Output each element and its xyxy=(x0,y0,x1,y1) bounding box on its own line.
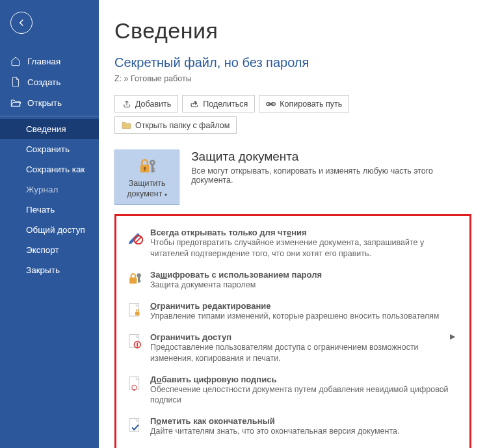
protect-info: Защита документа Все могут открывать, ко… xyxy=(191,150,471,185)
signature-icon xyxy=(127,375,144,393)
button-label: Копировать путь xyxy=(280,99,342,109)
menu-item-title: Пометить как окончательный xyxy=(150,416,459,426)
back-button[interactable] xyxy=(10,12,33,34)
share-icon xyxy=(189,99,199,109)
menu-item-encrypt[interactable]: Зашифровать с использованием пароля Защи… xyxy=(123,265,463,296)
breadcrumb: Z: » Готовые работы xyxy=(114,74,471,83)
sidebar-item-label: Журнал xyxy=(26,185,58,194)
sidebar-item-share[interactable]: Общий доступ xyxy=(0,220,99,240)
sidebar-item-label: Сохранить как xyxy=(26,165,85,174)
svg-rect-9 xyxy=(153,168,155,170)
backstage-sidebar: Главная Создать Открыть Сведения Сохрани… xyxy=(0,0,99,448)
menu-item-mark-final[interactable]: Пометить как окончательный Дайте читател… xyxy=(123,411,463,442)
svg-point-13 xyxy=(137,273,140,277)
button-label: Добавить xyxy=(135,99,171,109)
sidebar-item-close[interactable]: Закрыть xyxy=(0,260,99,280)
new-file-icon xyxy=(10,77,21,87)
dropdown-caret-icon: ▾ xyxy=(165,192,167,198)
home-icon xyxy=(10,56,21,66)
page-heading: Сведения xyxy=(114,18,471,44)
sidebar-item-label: Создать xyxy=(27,77,60,87)
link-icon xyxy=(266,99,276,109)
svg-rect-15 xyxy=(139,280,140,282)
svg-rect-17 xyxy=(135,312,140,316)
menu-item-desc: Защита документа паролем xyxy=(150,280,459,291)
svg-rect-4 xyxy=(144,168,146,170)
menu-item-desc: Обеспечение целостности документа путем … xyxy=(150,384,459,406)
upload-button[interactable]: Добавить xyxy=(114,95,178,112)
copy-path-button[interactable]: Копировать путь xyxy=(259,95,349,112)
menu-item-desc: Дайте читателям знать, что это окончател… xyxy=(150,426,459,437)
menu-item-desc: Чтобы предотвратить случайное изменение … xyxy=(150,237,459,259)
sidebar-item-save[interactable]: Сохранить xyxy=(0,139,99,159)
chevron-right-icon: ▶ xyxy=(450,332,455,341)
sidebar-item-open[interactable]: Открыть xyxy=(0,92,99,113)
menu-item-title: Ограничить редактирование xyxy=(150,301,459,311)
menu-item-desc: Управление типами изменений, которые раз… xyxy=(150,311,459,322)
svg-rect-8 xyxy=(153,170,155,172)
main-panel: Сведения Секретный файл, но без пароля Z… xyxy=(99,0,487,448)
document-title: Секретный файл, но без пароля xyxy=(114,55,471,70)
menu-item-restrict-edit[interactable]: Ограничить редактирование Управление тип… xyxy=(123,296,463,327)
sidebar-item-label: Общий доступ xyxy=(26,225,85,235)
sidebar-divider xyxy=(0,116,99,116)
menu-item-restrict-access[interactable]: Ограничить доступ Предоставление пользов… xyxy=(123,327,463,369)
restrict-edit-icon xyxy=(127,301,144,319)
mark-final-icon xyxy=(127,416,144,434)
folder-icon xyxy=(122,120,131,130)
sidebar-item-label: Сведения xyxy=(26,124,66,134)
lock-key-icon xyxy=(118,157,176,176)
protect-section: Защитить документ ▾ Защита документа Все… xyxy=(114,150,471,205)
encrypt-icon xyxy=(127,270,144,287)
upload-icon xyxy=(122,99,131,109)
protect-document-button[interactable]: Защитить документ ▾ xyxy=(114,150,179,205)
sidebar-item-saveas[interactable]: Сохранить как xyxy=(0,159,99,179)
sidebar-item-export[interactable]: Экспорт xyxy=(0,240,99,260)
protect-menu: Всегда открывать только для чтения Чтобы… xyxy=(114,214,471,448)
section-desc: Все могут открывать, копировать и изменя… xyxy=(191,166,471,185)
svg-rect-12 xyxy=(129,278,137,284)
sidebar-item-print[interactable]: Печать xyxy=(0,200,99,220)
sidebar-item-label: Сохранить xyxy=(26,144,70,154)
button-line1: Защитить xyxy=(129,179,166,188)
arrow-left-icon xyxy=(16,17,27,29)
menu-item-title: Зашифровать с использованием пароля xyxy=(150,270,459,280)
sidebar-item-label: Закрыть xyxy=(26,265,60,275)
sidebar-item-label: Главная xyxy=(27,57,60,66)
svg-rect-14 xyxy=(138,277,140,283)
readonly-icon xyxy=(127,228,144,244)
section-title: Защита документа xyxy=(191,150,471,164)
restrict-access-icon xyxy=(127,332,144,350)
sidebar-item-label: Открыть xyxy=(27,98,62,108)
button-line2: документ xyxy=(127,189,162,198)
svg-point-6 xyxy=(151,161,153,163)
menu-item-readonly[interactable]: Всегда открывать только для чтения Чтобы… xyxy=(123,222,463,265)
sidebar-item-new[interactable]: Создать xyxy=(0,72,99,92)
sidebar-item-history[interactable]: Журнал xyxy=(0,179,99,200)
sidebar-nav: Главная Создать Открыть Сведения Сохрани… xyxy=(0,51,99,280)
share-button[interactable]: Поделиться xyxy=(182,95,255,112)
menu-item-title: Добавить цифровую подпись xyxy=(150,375,459,384)
open-folder-icon xyxy=(10,98,21,108)
sidebar-item-info[interactable]: Сведения xyxy=(0,119,99,139)
button-label: Поделиться xyxy=(203,99,248,109)
sidebar-item-label: Экспорт xyxy=(26,245,59,255)
menu-item-digital-signature[interactable]: Добавить цифровую подпись Обеспечение це… xyxy=(123,369,463,412)
menu-item-title: Всегда открывать только для чтения xyxy=(150,228,459,237)
svg-rect-20 xyxy=(137,343,138,347)
button-label: Открыть папку с файлом xyxy=(135,121,230,130)
sidebar-item-home[interactable]: Главная xyxy=(0,51,99,72)
open-folder-button[interactable]: Открыть папку с файлом xyxy=(114,116,237,134)
menu-item-desc: Предоставление пользователям доступа с о… xyxy=(150,342,459,364)
info-toolbar: Добавить Поделиться Копировать путь Откр… xyxy=(114,95,471,134)
menu-item-title: Ограничить доступ xyxy=(150,332,459,342)
sidebar-item-label: Печать xyxy=(26,205,55,215)
